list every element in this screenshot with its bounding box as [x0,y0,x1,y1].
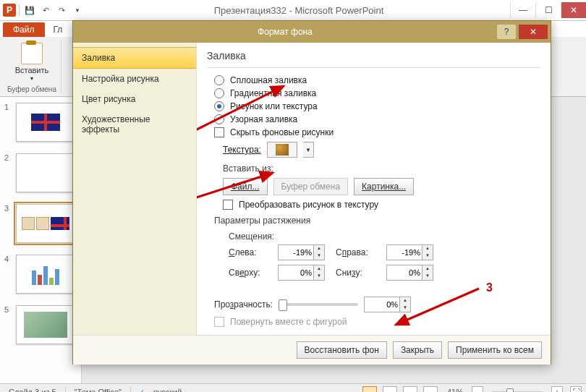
dialog-footer: Восстановить фон Закрыть Применить ко вс… [73,335,551,365]
insert-from-label: Вставить из: [223,163,540,174]
offset-left-input[interactable]: ▲▼ [278,244,328,260]
dialog-help-button[interactable]: ? [497,25,516,39]
home-tab-partial[interactable]: Гл [46,22,70,37]
paste-button[interactable]: Вставить ▼ [12,40,52,84]
insert-from-row: Файл... Буфер обмена Картинка... [223,178,540,195]
texture-picker[interactable] [267,142,297,158]
language[interactable]: русский [149,388,186,392]
texture-row: Текстура: ▼ [223,142,540,158]
checkbox-hide-bg[interactable]: Скрыть фоновые рисунки [214,127,540,137]
checkbox-rotate-with-shape: Повернуть вместе с фигурой [214,317,540,327]
texture-label: Текстура: [223,145,261,155]
offset-bottom-input[interactable]: ▲▼ [386,265,437,281]
sorter-view-button[interactable] [383,386,397,392]
close-button[interactable]: ✕ [561,2,586,18]
file-button[interactable]: Файл... [223,178,268,195]
offset-top-input[interactable]: ▲▼ [278,265,328,281]
fit-button[interactable]: ⛶ [570,386,582,392]
nav-picture-adjust[interactable]: Настройка рисунка [73,69,196,89]
annotation-number-3: 3 [486,281,493,294]
chevron-down-icon: ▼ [30,76,35,81]
separator [19,4,20,16]
dialog-body: Заливка Настройка рисунка Цвет рисунка Х… [73,43,551,335]
zoom-percent[interactable]: 41% [443,388,467,392]
texture-dropdown[interactable]: ▼ [303,142,314,158]
flag-icon [31,114,60,131]
clipboard-group-label: Буфер обмена [7,85,56,93]
clipboard-icon [21,43,43,64]
section-fill-title: Заливка [207,50,540,61]
slideshow-view-button[interactable] [423,386,438,392]
spellcheck-icon[interactable]: ✓ [138,388,145,393]
reset-background-button[interactable]: Восстановить фон [297,341,387,359]
file-tab[interactable]: Файл [3,22,45,37]
title-bar: P 💾 ↶ ↷ ▼ Презентация332 - Microsoft Pow… [0,0,586,21]
dialog-title: Формат фона [73,27,497,37]
thumbnail-1[interactable]: 1 [0,97,81,148]
clipboard-button: Буфер обмена [273,178,349,195]
radio-solid-fill[interactable]: Сплошная заливка [214,75,540,85]
texture-swatch-icon [276,144,289,155]
save-icon[interactable]: 💾 [22,3,37,17]
nav-fill[interactable]: Заливка [73,47,196,69]
thumbnail-3[interactable]: 3 [0,198,81,249]
dialog-titlebar[interactable]: Формат фона ? ✕ [73,21,551,43]
format-background-dialog: Формат фона ? ✕ Заливка Настройка рисунк… [72,20,551,365]
thumbnail-2[interactable]: 2 [0,148,81,198]
window-title: Презентация332 - Microsoft PowerPoint [88,5,510,16]
offsets-heading: Смещения: [229,231,540,242]
dialog-nav: Заливка Настройка рисунка Цвет рисунка Х… [73,43,197,335]
transparency-slider[interactable] [279,303,358,306]
qat-dropdown-icon[interactable]: ▼ [70,3,85,17]
slide-counter: Слайд 3 из 5 [4,388,61,392]
offset-top-label: Сверху: [229,268,271,278]
offset-right-input[interactable]: ▲▼ [386,244,437,260]
dialog-close-button[interactable]: ✕ [519,25,548,39]
theme-name: "Тема Office" [70,388,126,392]
app-icon: P [3,4,16,17]
radio-gradient-fill[interactable]: Градиентная заливка [214,88,540,98]
status-bar: Слайд 3 из 5 "Тема Office" ✓ русский 41%… [0,383,586,392]
offset-left-label: Слева: [229,247,271,257]
radio-pattern-fill[interactable]: Узорная заливка [214,114,540,124]
clipboard-group: Вставить ▼ Буфер обмена [3,40,61,93]
offset-right-label: Справа: [336,247,379,257]
nav-artistic-effects[interactable]: Художественные эффекты [73,109,196,140]
paste-label: Вставить [15,66,49,74]
zoom-out-button[interactable]: − [472,386,483,392]
powerpoint-window: P 💾 ↶ ↷ ▼ Презентация332 - Microsoft Pow… [0,0,586,392]
undo-icon[interactable]: ↶ [38,3,53,17]
slide-thumbnails[interactable]: 1 2 3 4 5 [0,97,82,383]
transparency-input[interactable]: ▲▼ [364,297,411,312]
reading-view-button[interactable] [403,386,417,392]
chart-icon [32,263,59,285]
offset-bottom-label: Снизу: [336,268,379,278]
thumbnail-4[interactable]: 4 [0,249,81,299]
window-controls: — ☐ ✕ [510,2,586,18]
radio-picture-fill[interactable]: Рисунок или текстура [214,101,540,111]
minimize-button[interactable]: — [510,2,535,18]
offsets-grid: Слева: ▲▼ Справа: ▲▼ Сверху: ▲▼ Снизу: ▲… [229,244,540,281]
maximize-button[interactable]: ☐ [535,2,561,18]
apply-all-button[interactable]: Применить ко всем [448,341,542,359]
dialog-content: Заливка Сплошная заливка Градиентная зал… [197,43,551,335]
close-dialog-button[interactable]: Закрыть [393,341,442,359]
zoom-in-button[interactable]: + [551,386,563,392]
transparency-row: Прозрачность: ▲▼ [214,297,540,312]
stretch-heading: Параметры растяжения [214,216,540,226]
nav-picture-color[interactable]: Цвет рисунка [73,89,196,109]
clipart-button[interactable]: Картинка... [354,178,414,195]
quick-access-toolbar: P 💾 ↶ ↷ ▼ [0,3,88,17]
thumbnail-5[interactable]: 5 [0,299,81,350]
redo-icon[interactable]: ↷ [54,3,69,17]
normal-view-button[interactable] [362,386,377,392]
checkbox-tile[interactable]: Преобразовать рисунок в текстуру [223,200,540,210]
transparency-label: Прозрачность: [214,299,273,310]
